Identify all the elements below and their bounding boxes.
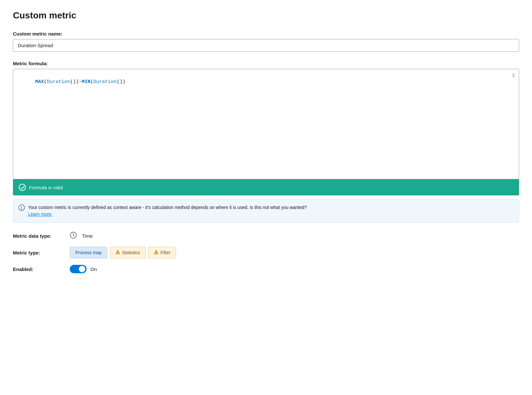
badge-statistics-label: Statistics xyxy=(122,250,140,255)
svg-point-7 xyxy=(117,253,118,254)
enabled-row: Enabled: On xyxy=(13,265,519,273)
enabled-on-label: On xyxy=(90,266,97,272)
metric-data-type-value: Time xyxy=(82,233,93,239)
time-icon xyxy=(70,232,77,240)
valid-banner-text: Formula is valid xyxy=(29,185,63,190)
metric-type-row: Metric type: Process map Statistics xyxy=(13,247,519,258)
metric-name-input[interactable] xyxy=(13,39,519,52)
formula-editor[interactable]: MAX(Duration())-MIN(Duration()) xyxy=(13,69,519,179)
metric-data-type-row: Metric data type: Time xyxy=(13,232,519,240)
formula-min-keyword: MIN xyxy=(82,79,90,85)
name-field-label: Custom metric name: xyxy=(13,31,519,36)
formula-resize-handle[interactable]: ⇕ xyxy=(511,72,516,78)
warning-icon-filter xyxy=(154,250,159,255)
learn-more-link[interactable]: Learn more. xyxy=(28,212,52,217)
formula-duration2: Duration xyxy=(93,79,117,85)
svg-point-2 xyxy=(21,206,22,207)
badge-filter-label: Filter xyxy=(161,250,171,255)
info-banner-text: Your custom metric is currently defined … xyxy=(28,205,307,210)
badge-process-map-label: Process map xyxy=(75,250,102,255)
info-banner-content: Your custom metric is currently defined … xyxy=(28,204,307,218)
badge-filter[interactable]: Filter xyxy=(148,247,176,258)
valid-banner: Formula is valid xyxy=(13,179,519,195)
badge-statistics[interactable]: Statistics xyxy=(110,247,146,258)
toggle-wrapper: On xyxy=(70,265,97,273)
page-title: Custom metric xyxy=(13,10,519,21)
warning-icon-statistics xyxy=(115,250,120,255)
metric-type-badges: Process map Statistics Filter xyxy=(70,247,176,258)
info-banner: Your custom metric is currently defined … xyxy=(13,199,519,223)
svg-line-5 xyxy=(73,235,75,236)
formula-editor-wrapper: MAX(Duration())-MIN(Duration()) ⇕ xyxy=(13,69,519,179)
badge-process-map[interactable]: Process map xyxy=(70,247,107,258)
valid-check-icon xyxy=(19,184,26,191)
enabled-toggle[interactable] xyxy=(70,265,87,273)
formula-max-keyword: MAX xyxy=(35,79,44,85)
metric-data-type-label: Metric data type: xyxy=(13,233,65,239)
enabled-label: Enabled: xyxy=(13,266,65,272)
info-icon xyxy=(18,204,25,213)
formula-field-label: Metric formula: xyxy=(13,61,519,66)
metric-type-label: Metric type: xyxy=(13,250,65,255)
svg-point-9 xyxy=(156,253,156,254)
formula-duration1: Duration xyxy=(47,79,70,85)
toggle-slider xyxy=(70,265,87,273)
